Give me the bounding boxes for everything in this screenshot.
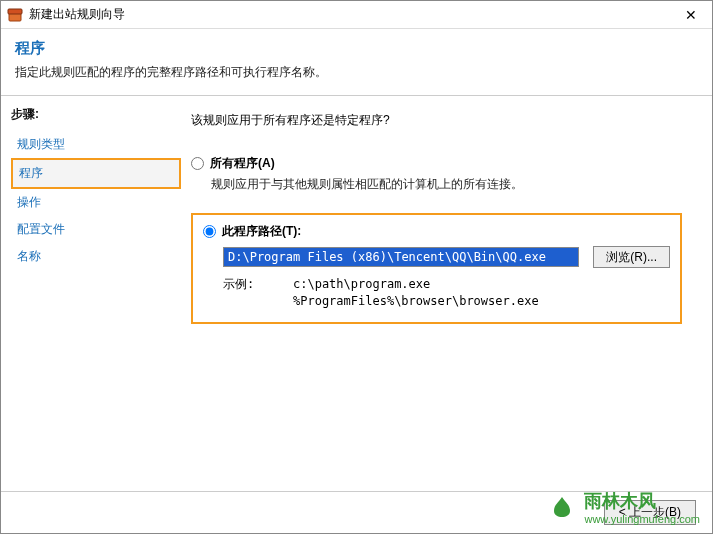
- sidebar: 步骤: 规则类型 程序 操作 配置文件 名称: [1, 96, 181, 495]
- svg-rect-1: [8, 9, 22, 14]
- step-profile[interactable]: 配置文件: [11, 216, 181, 243]
- question-text: 该规则应用于所有程序还是特定程序?: [191, 112, 682, 129]
- wizard-window: 新建出站规则向导 ✕ 程序 指定此规则匹配的程序的完整程序路径和可执行程序名称。…: [0, 0, 713, 534]
- step-rule-type[interactable]: 规则类型: [11, 131, 181, 158]
- radio-all-label: 所有程序(A): [210, 155, 275, 172]
- step-name[interactable]: 名称: [11, 243, 181, 270]
- wizard-footer: < 上一步(B) 雨林木风 www.yulingmufeng.com: [1, 491, 712, 533]
- app-icon: [7, 7, 23, 23]
- titlebar: 新建出站规则向导 ✕: [1, 1, 712, 29]
- leaf-icon: [548, 493, 576, 521]
- example-label: 示例:: [223, 276, 293, 310]
- option-program-path[interactable]: 此程序路径(T):: [203, 223, 670, 240]
- steps-label: 步骤:: [11, 106, 181, 123]
- browse-button[interactable]: 浏览(R)...: [593, 246, 670, 268]
- window-title: 新建出站规则向导: [29, 6, 676, 23]
- radio-program-path[interactable]: [203, 225, 216, 238]
- program-path-input[interactable]: [223, 247, 579, 267]
- example-path-2: %ProgramFiles%\browser\browser.exe: [293, 293, 539, 310]
- page-title: 程序: [15, 39, 698, 58]
- watermark-url: www.yulingmufeng.com: [584, 513, 700, 525]
- radio-all-desc: 规则应用于与其他规则属性相匹配的计算机上的所有连接。: [211, 176, 682, 193]
- path-input-row: 浏览(R)...: [223, 246, 670, 268]
- watermark-text-block: 雨林木风 www.yulingmufeng.com: [584, 489, 700, 525]
- option-all-programs[interactable]: 所有程序(A): [191, 155, 682, 172]
- example-row: 示例: c:\path\program.exe %ProgramFiles%\b…: [223, 276, 670, 310]
- wizard-body: 步骤: 规则类型 程序 操作 配置文件 名称 该规则应用于所有程序还是特定程序?…: [1, 96, 712, 495]
- step-action[interactable]: 操作: [11, 189, 181, 216]
- radio-path-label: 此程序路径(T):: [222, 223, 301, 240]
- close-button[interactable]: ✕: [676, 5, 706, 25]
- program-path-section: 此程序路径(T): 浏览(R)... 示例: c:\path\program.e…: [191, 213, 682, 324]
- radio-all-programs[interactable]: [191, 157, 204, 170]
- example-paths: c:\path\program.exe %ProgramFiles%\brows…: [293, 276, 539, 310]
- step-program[interactable]: 程序: [11, 158, 181, 189]
- watermark: 雨林木风 www.yulingmufeng.com: [548, 489, 700, 525]
- content-panel: 该规则应用于所有程序还是特定程序? 所有程序(A) 规则应用于与其他规则属性相匹…: [181, 96, 712, 495]
- wizard-header: 程序 指定此规则匹配的程序的完整程序路径和可执行程序名称。: [1, 29, 712, 96]
- page-description: 指定此规则匹配的程序的完整程序路径和可执行程序名称。: [15, 64, 698, 81]
- watermark-text: 雨林木风: [584, 489, 700, 513]
- example-path-1: c:\path\program.exe: [293, 276, 539, 293]
